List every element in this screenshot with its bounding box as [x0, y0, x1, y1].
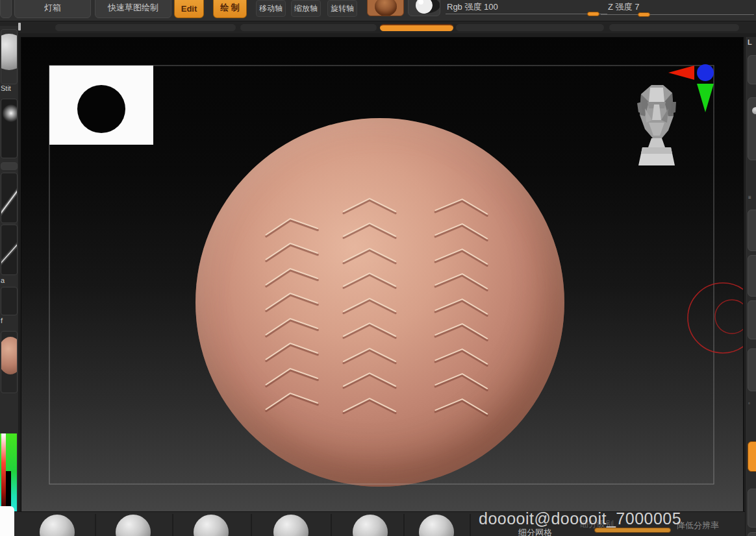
- draw-button[interactable]: 绘 制: [213, 0, 247, 18]
- alpha-name-label: f: [0, 317, 18, 324]
- scale-button[interactable]: 缩放轴: [291, 0, 321, 17]
- right-tray-glyph-icon: ≡: [748, 195, 751, 201]
- brush-dot-icon: [3, 104, 18, 124]
- stroke-thumbnail-2[interactable]: [1, 225, 18, 275]
- quicksketch-label: 快速草图绘制: [108, 2, 158, 14]
- strip-cursor-tick: [18, 23, 21, 30]
- rgb-intensity-track[interactable]: [446, 14, 607, 14]
- sphere-preview-icon: [752, 107, 756, 114]
- lightbox-button[interactable]: 灯箱: [14, 0, 91, 18]
- color-picker[interactable]: [0, 433, 17, 517]
- right-tray-active-button[interactable]: [748, 441, 756, 472]
- edit-label: Edit: [181, 4, 197, 14]
- divide-mesh-button[interactable]: 细分网格: [518, 527, 552, 536]
- top-shelf: 灯箱 快速草图绘制 Edit 绘 制 移动轴 缩放轴 旋转轴 Rgb 强度 10…: [0, 0, 756, 21]
- rotate-label: 旋转轴: [331, 3, 354, 14]
- current-tool-button[interactable]: [367, 0, 404, 16]
- alpha-black-circle: [77, 85, 125, 133]
- right-tray-button[interactable]: [748, 255, 756, 297]
- z-intensity-track[interactable]: [601, 14, 754, 15]
- brush-preview-sphere[interactable]: [353, 515, 388, 536]
- axis-x-arrow-icon[interactable]: [668, 66, 694, 80]
- axis-z-dot-icon[interactable]: [697, 64, 714, 81]
- tray-cell-divider: [470, 514, 471, 536]
- lightbox-label: 灯箱: [44, 2, 61, 14]
- stroke-thumbnail[interactable]: [1, 173, 18, 223]
- brush-cursor: [688, 283, 744, 353]
- right-tray-button[interactable]: [748, 348, 756, 391]
- edit-button[interactable]: Edit: [174, 0, 204, 18]
- stroke-line-icon: [1, 173, 18, 223]
- z-intensity-handle[interactable]: [638, 12, 650, 17]
- zbrush-app-window: 灯箱 快速草图绘制 Edit 绘 制 移动轴 缩放轴 旋转轴 Rgb 强度 10…: [0, 0, 756, 536]
- brush-sphere-icon: [1, 34, 18, 70]
- rgb-intensity-label: Rgb 强度 100: [447, 1, 498, 13]
- tool-sphere-icon: [375, 0, 397, 16]
- axis-y-arrow-icon[interactable]: [697, 84, 714, 112]
- sculpt-sphere-model[interactable]: [195, 118, 564, 487]
- strip-segment: [55, 24, 236, 31]
- right-tray-button[interactable]: [748, 210, 756, 251]
- z-intensity-label: Z 强度 7: [608, 1, 639, 13]
- tray-cell-divider: [95, 514, 96, 536]
- material-ball-icon: [409, 0, 440, 16]
- stroke-line-icon: [1, 225, 18, 275]
- brush-preview-sphere[interactable]: [273, 515, 309, 536]
- tray-cell-divider: [172, 514, 173, 536]
- alpha-thumbnail[interactable]: [1, 287, 18, 315]
- brush-preview-sphere[interactable]: [194, 515, 229, 536]
- material-sphere-icon: [1, 337, 18, 374]
- canvas-scroll-strip[interactable]: [0, 21, 756, 33]
- right-tray-button[interactable]: [748, 300, 756, 339]
- subdivision-level-slider[interactable]: [594, 528, 671, 533]
- tray-divider: [1, 162, 18, 170]
- right-tray-button[interactable]: [748, 532, 756, 536]
- scale-label: 缩放轴: [294, 3, 318, 14]
- strip-segment: [240, 24, 377, 31]
- current-material-button[interactable]: [408, 0, 440, 16]
- tray-cell-divider: [331, 514, 332, 536]
- clipped-shelf-button[interactable]: [0, 0, 12, 18]
- switch-color-swatch[interactable]: [0, 506, 14, 536]
- document-canvas[interactable]: [21, 37, 744, 513]
- z-intensity-value: 7: [635, 2, 639, 12]
- stroke-name-label: a: [0, 276, 18, 284]
- draw-label: 绘 制: [220, 2, 240, 14]
- right-tray-glyph-icon: ▫: [748, 400, 750, 406]
- move-button[interactable]: 移动轴: [256, 0, 286, 17]
- strip-segment: [456, 24, 604, 31]
- lower-resolution-button[interactable]: 降低分辨率: [677, 520, 719, 531]
- watermark-text: dooooit@dooooit_7000005: [479, 509, 681, 528]
- camera-head-gizmo[interactable]: [637, 85, 676, 165]
- right-panel-letter: L: [748, 38, 752, 46]
- rgb-intensity-value: 100: [484, 2, 498, 12]
- right-tray-button[interactable]: [748, 55, 756, 84]
- tray-cell-divider: [251, 514, 252, 536]
- right-tray-button[interactable]: [748, 489, 756, 528]
- rotate-button[interactable]: 旋转轴: [327, 0, 357, 17]
- right-tray: L ≡▫: [745, 37, 756, 536]
- brush-preview-sphere[interactable]: [419, 515, 454, 536]
- alpha-preview-tile: [49, 66, 153, 145]
- strip-active-segment[interactable]: [380, 24, 453, 31]
- brush-preview-sphere[interactable]: [40, 515, 75, 536]
- left-tray: Stit a f: [0, 26, 18, 536]
- material-thumbnail[interactable]: [1, 331, 18, 393]
- tray-cell-divider: [403, 514, 405, 536]
- brush-name-label: Stit: [0, 84, 18, 92]
- brush-thumbnail[interactable]: [1, 29, 18, 84]
- quicksketch-button[interactable]: 快速草图绘制: [95, 0, 171, 18]
- strip-segment: [609, 24, 739, 31]
- move-label: 移动轴: [259, 3, 283, 14]
- brush-thumbnail-2[interactable]: [1, 99, 18, 158]
- rgb-intensity-handle[interactable]: [587, 12, 599, 16]
- right-tray-button[interactable]: [748, 97, 756, 160]
- color-picker-side-bar[interactable]: [1, 433, 6, 517]
- brush-preview-sphere[interactable]: [116, 515, 151, 536]
